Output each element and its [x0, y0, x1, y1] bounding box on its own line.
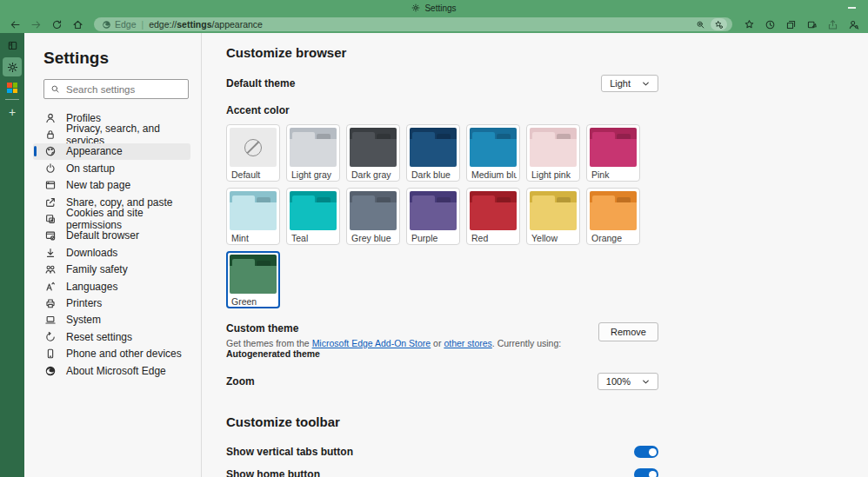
swatch-preview — [230, 128, 277, 167]
zoom-label: Zoom — [226, 375, 255, 388]
favorites-button[interactable] — [739, 17, 758, 32]
default-theme-dropdown[interactable]: Light — [601, 75, 658, 92]
sidebar-item-printers[interactable]: Printers — [33, 295, 190, 311]
sidebar-item-default-browser[interactable]: Default browser — [33, 228, 190, 244]
web-capture-icon — [806, 19, 818, 30]
zoom-page-button[interactable] — [692, 18, 709, 30]
back-button[interactable] — [5, 17, 24, 32]
swatch-name: Pink — [591, 169, 637, 180]
settings-nav: ProfilesPrivacy, search, and servicesApp… — [33, 109, 190, 379]
sidebar-item-new-tab-page[interactable]: New tab page — [33, 177, 190, 194]
sidebar-item-reset-settings[interactable]: Reset settings — [33, 328, 190, 345]
settings-gear-icon — [411, 3, 420, 12]
search-settings-input[interactable] — [66, 84, 182, 95]
accent-swatch-dark-gray[interactable]: Dark gray — [346, 124, 400, 182]
sidebar-item-downloads[interactable]: Downloads — [33, 244, 190, 261]
sidebar-item-family-safety[interactable]: Family safety — [33, 262, 190, 278]
sidebar-item-system[interactable]: System — [33, 312, 190, 328]
sidebar-item-appearance[interactable]: Appearance — [33, 143, 190, 160]
swatch-name: Purple — [411, 233, 457, 243]
browser-toolbar: Edge | edge://settings/appearance — [0, 16, 868, 33]
site-label: Edge — [115, 19, 137, 30]
microsoft-logo-icon[interactable] — [7, 83, 17, 93]
refresh-button[interactable] — [47, 17, 66, 32]
collections-button[interactable] — [781, 17, 800, 32]
history-clock-icon — [765, 19, 776, 30]
profile-button[interactable] — [844, 17, 863, 32]
other-stores-link[interactable]: other stores — [444, 338, 491, 348]
accent-swatch-green[interactable]: Green — [226, 251, 280, 308]
family-safety-icon — [44, 263, 57, 275]
phone-icon — [44, 348, 57, 360]
sidebar-item-label: Phone and other devices — [66, 348, 182, 360]
accent-swatch-pink[interactable]: Pink — [586, 124, 640, 182]
edge-logo-icon — [44, 365, 57, 377]
accent-swatch-yellow[interactable]: Yellow — [526, 188, 580, 245]
swatch-name: Grey blue — [351, 233, 397, 243]
addon-store-link[interactable]: Microsoft Edge Add-On Store — [312, 338, 431, 348]
sidebar-item-on-startup[interactable]: On startup — [33, 160, 190, 176]
accent-swatch-red[interactable]: Red — [466, 188, 520, 245]
minimize-icon[interactable] — [848, 7, 856, 9]
accent-swatch-orange[interactable]: Orange — [586, 188, 640, 245]
system-icon — [44, 314, 57, 326]
share-icon — [827, 19, 838, 30]
vertical-tabs-icon[interactable] — [7, 40, 18, 51]
show-home-button-toggle[interactable] — [634, 468, 658, 477]
accent-swatch-dark-blue[interactable]: Dark blue — [406, 124, 460, 182]
show-vertical-tabs-toggle[interactable] — [634, 446, 658, 458]
swatch-preview — [350, 128, 397, 167]
accent-swatch-purple[interactable]: Purple — [406, 188, 460, 245]
sidebar-item-privacy-search-and-services[interactable]: Privacy, search, and services — [33, 126, 190, 142]
zoom-in-icon — [696, 20, 705, 30]
history-button[interactable] — [760, 17, 779, 32]
swatch-preview — [350, 191, 397, 230]
sidebar-item-languages[interactable]: Languages — [33, 278, 190, 295]
search-settings-box[interactable] — [43, 79, 189, 99]
swatch-preview — [590, 128, 637, 167]
swatch-name: Orange — [591, 233, 637, 243]
profiles-icon — [44, 112, 57, 124]
sidebar-item-about-microsoft-edge[interactable]: About Microsoft Edge — [33, 362, 190, 379]
default-theme-label: Default theme — [226, 77, 295, 89]
accent-swatch-mint[interactable]: Mint — [226, 188, 280, 245]
swatch-name: Teal — [291, 233, 337, 243]
accent-swatch-light-pink[interactable]: Light pink — [526, 124, 580, 182]
new-tab-plus-icon[interactable]: + — [9, 106, 16, 118]
address-bar[interactable]: Edge | edge://settings/appearance — [94, 17, 732, 31]
share-button[interactable] — [823, 17, 842, 32]
swatch-preview — [230, 191, 277, 230]
current-theme-value: Autogenerated theme — [226, 348, 320, 359]
no-theme-icon — [244, 139, 262, 156]
share-copy-paste-icon — [44, 196, 57, 209]
sidebar-item-label: Downloads — [66, 247, 117, 259]
swatch-name: Light pink — [531, 169, 577, 180]
forward-button[interactable] — [26, 17, 45, 32]
home-icon — [72, 19, 83, 30]
home-button[interactable] — [68, 17, 87, 32]
sidebar-item-cookies-and-site-permissions[interactable]: Cookies and site permissions — [33, 210, 190, 227]
accent-swatch-light-gray[interactable]: Light gray — [286, 124, 340, 182]
custom-theme-row: Custom theme Get themes from the Microso… — [226, 322, 658, 359]
accent-swatch-teal[interactable]: Teal — [286, 188, 340, 245]
accent-color-label: Accent color — [226, 104, 658, 116]
settings-tab-active[interactable] — [3, 57, 22, 76]
appearance-icon — [44, 145, 57, 157]
sidebar-item-phone-and-other-devices[interactable]: Phone and other devices — [33, 345, 190, 361]
remove-theme-button[interactable]: Remove — [598, 322, 658, 341]
edge-site-icon — [102, 20, 111, 30]
swatch-name: Default — [231, 169, 277, 180]
active-tab[interactable]: Settings — [411, 3, 456, 13]
web-capture-button[interactable] — [802, 17, 821, 32]
custom-theme-label: Custom theme — [226, 322, 598, 335]
accent-swatch-grey-blue[interactable]: Grey blue — [346, 188, 400, 245]
accent-swatch-medium-blue[interactable]: Medium blue — [466, 124, 520, 182]
accent-swatch-default[interactable]: Default — [226, 124, 280, 182]
vertical-tab-rail: + — [0, 33, 24, 477]
reset-settings-icon — [44, 331, 57, 343]
zoom-dropdown[interactable]: 100% — [598, 373, 658, 390]
favorite-settings-button[interactable] — [711, 18, 727, 30]
privacy-icon — [44, 129, 57, 141]
zoom-row: Zoom 100% — [226, 373, 658, 390]
sidebar-title: Settings — [43, 49, 201, 68]
